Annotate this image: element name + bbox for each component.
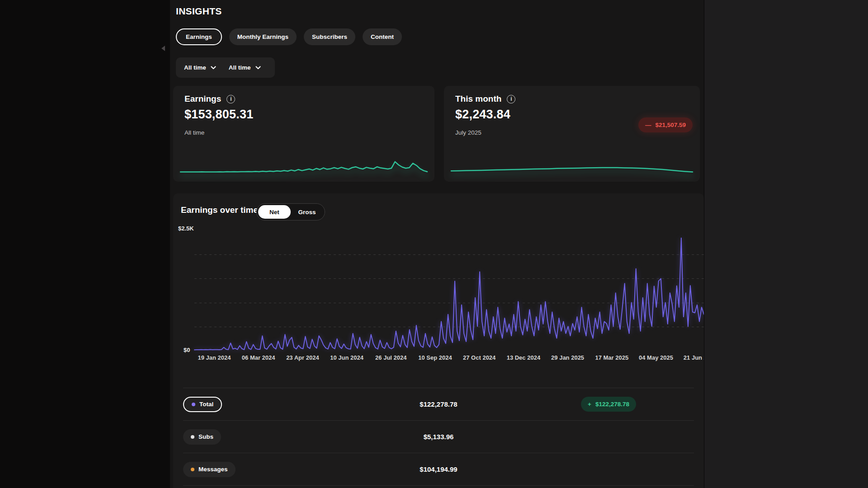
- row-label: Subs: [198, 433, 213, 440]
- chevron-down-icon: [255, 66, 261, 70]
- earnings-breakdown-rows: Total $122,278.78 + $122,278.78 Subs $5,…: [183, 388, 694, 488]
- badge-amount: $21,507.59: [655, 122, 686, 128]
- net-gross-toggle: Net Gross: [256, 203, 325, 221]
- row-label: Messages: [198, 466, 228, 473]
- row-value: $122,278.78: [420, 400, 457, 408]
- info-icon[interactable]: [507, 95, 515, 103]
- card-title: This month: [455, 94, 501, 104]
- toggle-net[interactable]: Net: [258, 205, 291, 219]
- x-axis-labels: 19 Jan 202406 Mar 202423 Apr 202410 Jun …: [194, 354, 704, 363]
- page-title: INSIGHTS: [176, 6, 222, 17]
- row-label: Total: [199, 401, 213, 408]
- main-chart-plot: [194, 230, 704, 351]
- badge-sign: +: [588, 401, 591, 408]
- right-margin-region: [704, 0, 868, 488]
- chevron-down-icon: [211, 66, 216, 70]
- legend-pill-subs[interactable]: Subs: [183, 429, 221, 445]
- total-change-badge[interactable]: + $122,278.78: [581, 397, 636, 412]
- earnings-sparkline: [180, 148, 427, 176]
- date-range-value: All time: [229, 64, 251, 71]
- tab-earnings[interactable]: Earnings: [176, 28, 222, 45]
- messages-dot-icon: [191, 468, 194, 471]
- y-axis-max-label: $2.5K: [178, 225, 194, 232]
- row-value: $5,133.96: [424, 433, 454, 441]
- subs-dot-icon: [191, 435, 194, 439]
- x-tick-label: 17 Mar 2025: [595, 354, 628, 361]
- x-tick-label: 04 May 2025: [639, 354, 673, 361]
- legend-pill-total[interactable]: Total: [183, 397, 222, 412]
- table-row-total: Total $122,278.78 + $122,278.78: [183, 388, 694, 420]
- table-row-messages: Messages $104,194.99: [183, 453, 694, 485]
- row-value: $104,194.99: [420, 465, 457, 473]
- month-period: July 2025: [455, 129, 481, 136]
- insights-tabs: Earnings Monthly Earnings Subscribers Co…: [176, 28, 402, 45]
- card-title: Earnings: [184, 94, 221, 104]
- collapse-sidebar-icon[interactable]: [161, 46, 165, 51]
- earnings-card: Earnings $153,805.31 All time: [173, 86, 434, 182]
- total-dot-icon: [192, 403, 195, 406]
- y-axis-zero-label: $0: [184, 347, 190, 353]
- x-tick-label: 10 Sep 2024: [418, 354, 452, 361]
- date-range-value: All time: [184, 64, 206, 71]
- badge-sign: —: [645, 122, 651, 128]
- table-row-subs: Subs $5,133.96: [183, 420, 694, 453]
- tab-monthly-earnings[interactable]: Monthly Earnings: [229, 28, 297, 45]
- tab-content[interactable]: Content: [363, 28, 402, 45]
- month-total-value: $2,243.84: [455, 108, 510, 122]
- earnings-total-value: $153,805.31: [184, 108, 253, 122]
- toggle-gross[interactable]: Gross: [291, 205, 323, 219]
- x-tick-label: 10 Jun 2024: [330, 354, 363, 361]
- net-earnings-line: [194, 230, 704, 351]
- x-tick-label: 19 Jan 2024: [198, 354, 231, 361]
- tab-subscribers[interactable]: Subscribers: [304, 28, 355, 45]
- month-change-badge: — $21,507.59: [638, 117, 693, 132]
- date-range-dropdown-2[interactable]: All time: [229, 64, 261, 71]
- next-row-partial: [183, 485, 694, 488]
- legend-pill-messages[interactable]: Messages: [183, 462, 236, 477]
- badge-amount: $122,278.78: [595, 401, 629, 408]
- earnings-over-time-panel: Earnings over time Net Gross $2.5K $0 19…: [173, 193, 704, 488]
- x-tick-label: 29 Jan 2025: [551, 354, 584, 361]
- month-sparkline: [451, 148, 693, 176]
- earnings-period: All time: [184, 129, 204, 136]
- x-tick-label: 27 Oct 2024: [463, 354, 495, 361]
- info-icon[interactable]: [226, 95, 235, 103]
- section-title: Earnings over time: [181, 205, 258, 215]
- x-tick-label: 23 Apr 2024: [286, 354, 319, 361]
- this-month-card: This month $2,243.84 July 2025 — $21,507…: [444, 86, 700, 182]
- x-tick-label: 21 Jun 2025: [684, 354, 704, 361]
- date-range-dropdown-1[interactable]: All time: [184, 64, 216, 71]
- filter-bar: All time All time: [176, 57, 275, 78]
- x-tick-label: 26 Jul 2024: [375, 354, 406, 361]
- insights-page: INSIGHTS Earnings Monthly Earnings Subsc…: [170, 0, 704, 488]
- x-tick-label: 13 Dec 2024: [507, 354, 540, 361]
- x-tick-label: 06 Mar 2024: [242, 354, 275, 361]
